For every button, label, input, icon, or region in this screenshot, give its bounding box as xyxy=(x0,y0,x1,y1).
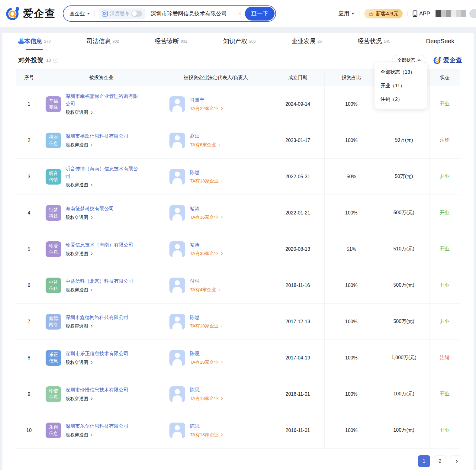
equity-penetration-link[interactable]: 股权穿透图 xyxy=(66,215,114,221)
status-text: 注销 xyxy=(440,355,450,361)
person-avatar xyxy=(169,205,185,221)
invest-ratio: 100% xyxy=(345,138,358,143)
search-button[interactable]: 查一下 xyxy=(245,7,275,21)
rep-companies-link[interactable]: TA有18家企业 xyxy=(190,432,223,438)
rep-companies-link[interactable]: TA有36家企业 xyxy=(190,214,223,220)
rep-name-link[interactable]: 陈思 xyxy=(190,351,223,357)
company-link[interactable]: 海南征梦科技有限公司 xyxy=(66,205,114,213)
company-badge: 乐创 信息 xyxy=(46,423,61,438)
app-download-link[interactable]: APP xyxy=(413,10,430,17)
invest-ratio: 51% xyxy=(346,246,356,252)
new-user-promo-badge[interactable]: 新客4.9元 xyxy=(364,9,403,18)
deep-think-toggle-group[interactable]: 深度思考 xyxy=(99,8,145,19)
rep-companies-link[interactable]: TA有6家企业 xyxy=(190,142,220,148)
equity-penetration-link[interactable]: 股权穿透图 xyxy=(66,432,128,438)
company-link[interactable]: 深圳市珍惜信息技术有限公司 xyxy=(66,386,128,394)
aiqicha-logo[interactable]: 爱企查 xyxy=(5,6,56,21)
company-badge: 中益 信科 xyxy=(46,278,61,293)
equity-penetration-link[interactable]: 股权穿透图 xyxy=(66,251,133,257)
chevron-right-icon xyxy=(220,397,223,400)
rep-companies-link[interactable]: TA有18家企业 xyxy=(190,396,223,401)
tab-business-diagnosis[interactable]: 经营诊断832 xyxy=(155,33,188,50)
tab-judicial-info[interactable]: 司法信息902 xyxy=(86,33,119,50)
chevron-right-icon xyxy=(90,398,92,400)
phone-icon xyxy=(413,10,417,17)
company-link[interactable]: 深圳市乐正信息技术有限公司 xyxy=(66,350,128,358)
table-row: 6 中益 信科 中益信科（北京）科技有限公司 股权穿透图 付强 xyxy=(16,267,460,304)
status-text: 开业 xyxy=(440,210,450,216)
company-link[interactable]: 珍爱信息技术（海南）有限公司 xyxy=(66,241,133,249)
search-input[interactable] xyxy=(150,10,234,17)
page-2-button[interactable]: 2 xyxy=(434,455,446,467)
dropdown-item-open[interactable]: 开业（11） xyxy=(375,79,427,92)
table-row: 9 珍惜 信息 深圳市珍惜信息技术有限公司 股权穿透图 陈思 xyxy=(16,376,460,412)
chevron-right-icon xyxy=(220,180,223,182)
rep-companies-link[interactable]: TA有36家企业 xyxy=(190,251,223,256)
chevron-right-icon xyxy=(220,216,223,218)
invest-amount: 1,000万(元) xyxy=(391,355,416,361)
company-link[interactable]: 深圳市鑫德网络科技有限公司 xyxy=(66,314,128,321)
company-link[interactable]: 深圳市禧欢信息科技有限公司 xyxy=(66,133,128,140)
table-row: 4 征梦 科技 海南征梦科技有限公司 股权穿透图 褚涛 TA xyxy=(16,195,460,231)
clear-search-icon[interactable]: × xyxy=(238,11,241,17)
search-category-dropdown[interactable]: 查企业 xyxy=(69,10,90,17)
chevron-up-icon xyxy=(418,59,421,62)
rep-companies-link[interactable]: TA有4家企业 xyxy=(190,287,220,293)
chevron-right-icon xyxy=(90,216,92,219)
equity-penetration-link[interactable]: 股权穿透图 xyxy=(66,287,133,293)
rep-name-link[interactable]: 赵灿 xyxy=(190,133,220,140)
chevron-right-icon xyxy=(90,184,92,186)
help-icon[interactable]: ? xyxy=(53,58,58,63)
deep-think-switch[interactable] xyxy=(131,11,142,17)
tab-deepseek[interactable]: DeepSeek xyxy=(426,33,456,50)
rep-name-link[interactable]: 陈思 xyxy=(190,387,223,393)
invest-amount: 50万(元) xyxy=(395,173,413,180)
company-link[interactable]: 深圳市幸福嘉缘企业管理咨询有限公司 xyxy=(66,93,140,108)
rep-companies-link[interactable]: TA有18家企业 xyxy=(190,359,223,365)
company-link[interactable]: 听音传情（海南）信息技术有限公司 xyxy=(66,165,140,180)
divider xyxy=(359,11,359,16)
equity-penetration-link[interactable]: 股权穿透图 xyxy=(66,324,128,329)
person-avatar xyxy=(169,278,185,293)
content-card: 基本信息278 司法信息902 经营诊断832 知识产权206 企业发展25 经… xyxy=(2,33,474,470)
equity-penetration-link[interactable]: 股权穿透图 xyxy=(66,110,140,115)
company-link[interactable]: 中益信科（北京）科技有限公司 xyxy=(66,278,133,285)
rep-name-link[interactable]: 付强 xyxy=(190,278,220,285)
equity-penetration-link[interactable]: 股权穿透图 xyxy=(66,142,128,148)
dropdown-item-cancelled[interactable]: 注销（2） xyxy=(375,92,427,106)
rep-companies-link[interactable]: TA有18家企业 xyxy=(190,323,223,329)
rep-companies-link[interactable]: TA有22家企业 xyxy=(190,106,223,111)
rep-name-link[interactable]: 陈思 xyxy=(190,423,223,430)
rep-name-link[interactable]: 褚涛 xyxy=(190,242,223,248)
tab-enterprise-development[interactable]: 企业发展25 xyxy=(291,33,322,50)
status-filter-label: 全部状态 xyxy=(397,57,415,63)
equity-penetration-link[interactable]: 股权穿透图 xyxy=(66,182,140,188)
tab-operating-status[interactable]: 经营状况145 xyxy=(358,33,390,50)
apps-menu[interactable]: 应用 xyxy=(338,10,354,17)
aiqicha-watermark: 爱企查 xyxy=(433,56,462,64)
establish-date: 2024-09-14 xyxy=(285,101,310,107)
invest-ratio: 100% xyxy=(345,210,358,216)
person-avatar xyxy=(169,169,185,185)
establish-date: 2016-11-01 xyxy=(286,391,310,397)
rep-name-link[interactable]: 褚涛 xyxy=(190,206,223,212)
company-badge: 听音 传情 xyxy=(46,169,61,185)
page-1-button[interactable]: 1 xyxy=(418,455,430,467)
invest-amount: 500万(元) xyxy=(393,318,414,325)
dropdown-item-all[interactable]: 全部状态（13） xyxy=(375,65,427,79)
rep-name-link[interactable]: 肖遂宁 xyxy=(190,97,223,103)
tab-intellectual-property[interactable]: 知识产权206 xyxy=(223,33,256,50)
next-page-button[interactable] xyxy=(450,455,462,467)
row-index: 2 xyxy=(28,138,31,143)
rep-name-link[interactable]: 陈思 xyxy=(190,314,223,321)
chevron-right-icon xyxy=(90,144,92,146)
person-avatar xyxy=(169,241,185,257)
rep-companies-link[interactable]: TA有18家企业 xyxy=(190,178,223,184)
row-index: 1 xyxy=(28,101,31,107)
tab-basic-info[interactable]: 基本信息278 xyxy=(18,33,51,50)
equity-penetration-link[interactable]: 股权穿透图 xyxy=(66,360,128,365)
equity-penetration-link[interactable]: 股权穿透图 xyxy=(66,396,128,402)
rep-name-link[interactable]: 陈思 xyxy=(190,169,223,176)
company-link[interactable]: 深圳市乐创信息科技有限公司 xyxy=(66,423,128,430)
table-row: 3 听音 传情 听音传情（海南）信息技术有限公司 股权穿透图 陈思 xyxy=(16,159,460,195)
